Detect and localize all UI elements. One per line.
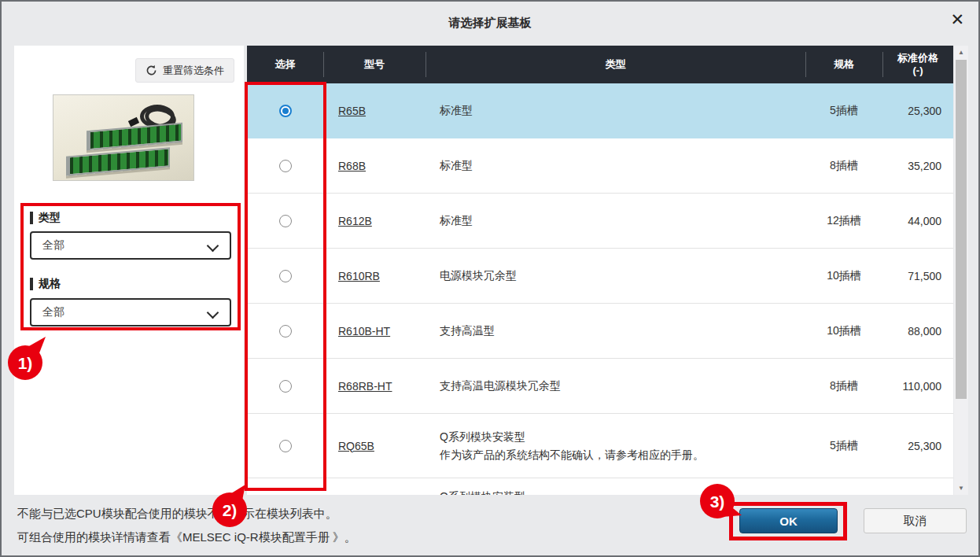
scroll-down-icon[interactable]: ▼ <box>954 481 968 495</box>
row-type: 标准型 <box>426 157 805 175</box>
row-price: 88,000 <box>882 325 953 338</box>
row-radio-selected[interactable] <box>279 105 292 117</box>
model-link[interactable]: R612B <box>338 215 372 227</box>
reset-filters-label: 重置筛选条件 <box>163 64 224 78</box>
row-type: 电源模块冗余型 <box>426 267 805 285</box>
base-unit-graphic <box>66 147 170 176</box>
table-body: R65B 标准型 5插槽 25,300 R68B 标准型 8插槽 35,200 … <box>247 83 953 495</box>
row-spec: 5插槽 <box>805 439 882 453</box>
row-price: 25,300 <box>882 105 953 117</box>
dialog-titlebar: 请选择扩展基板 ✕ <box>2 2 978 46</box>
row-price: 25,300 <box>882 440 953 452</box>
dialog-footer: 不能与已选CPU模块配合使用的模块不会显示在模块列表中。 可组合使用的模块详情请… <box>2 495 978 557</box>
module-table: 选择 型号 类型 规格 标准价格 (-) R65B 标准型 5插槽 25,300… <box>247 46 953 495</box>
table-row[interactable]: R612B 标准型 12插槽 44,000 <box>247 194 953 249</box>
model-link[interactable]: RQ65B <box>338 440 374 452</box>
row-spec: 12插槽 <box>805 214 882 228</box>
filter-spec-dropdown[interactable]: 全部 <box>30 298 231 326</box>
col-header-model: 型号 <box>323 46 426 83</box>
chevron-down-icon <box>207 240 219 253</box>
row-type: Q系列模块安装型 作为该产品的系统结构不能确认，请参考相应的手册。 <box>426 428 805 464</box>
col-header-type: 类型 <box>426 46 805 83</box>
row-type-note: 作为该产品的系统结构不能确认，请参考相应的手册。 <box>440 446 805 464</box>
row-type: 支持高温型 <box>426 322 805 340</box>
reset-filters-button[interactable]: 重置筛选条件 <box>135 58 234 83</box>
row-radio[interactable] <box>279 380 292 393</box>
table-row[interactable]: R610B-HT 支持高温型 10插槽 88,000 <box>247 304 953 359</box>
row-type: 支持高温电源模块冗余型 <box>426 377 805 395</box>
refresh-icon <box>146 65 157 76</box>
row-type: 标准型 <box>426 212 805 230</box>
row-spec: 5插槽 <box>805 104 882 118</box>
col-header-select: 选择 <box>247 46 323 83</box>
row-spec: 10插槽 <box>805 324 882 338</box>
scroll-up-icon[interactable]: ▲ <box>954 46 968 59</box>
filter-spec-value: 全部 <box>42 305 64 319</box>
product-image <box>53 94 194 181</box>
row-price: 44,000 <box>882 215 953 227</box>
model-link[interactable]: R610B-HT <box>338 325 390 338</box>
row-radio[interactable] <box>279 270 292 282</box>
row-type: Q系列模块安装型 <box>426 478 805 495</box>
footer-note-2: 可组合使用的模块详情请查看《MELSEC iQ-R模块配置手册 》。 <box>17 526 356 549</box>
filter-spec-label: 规格 <box>30 277 61 291</box>
table-row[interactable]: RQ65B Q系列模块安装型 作为该产品的系统结构不能确认，请参考相应的手册。 … <box>247 414 953 478</box>
footer-notes: 不能与已选CPU模块配合使用的模块不会显示在模块列表中。 可组合使用的模块详情请… <box>17 502 356 549</box>
cancel-button[interactable]: 取消 <box>864 508 967 533</box>
model-link[interactable]: R68RB-HT <box>338 380 392 393</box>
row-spec: 8插槽 <box>805 379 882 393</box>
row-radio[interactable] <box>279 325 292 338</box>
row-price: 110,000 <box>882 380 953 393</box>
table-row[interactable]: Q系列模块安装型 <box>247 478 953 495</box>
table-row[interactable]: R65B 标准型 5插槽 25,300 <box>247 83 953 138</box>
ok-button[interactable]: OK <box>739 508 838 533</box>
table-row[interactable]: R610RB 电源模块冗余型 10插槽 71,500 <box>247 249 953 304</box>
vertical-scrollbar[interactable]: ▲ ▼ <box>954 46 968 495</box>
row-price: 71,500 <box>882 270 953 282</box>
row-price: 35,200 <box>882 160 953 172</box>
row-type: 标准型 <box>426 101 805 120</box>
model-link[interactable]: R65B <box>338 105 366 117</box>
table-row[interactable]: R68B 标准型 8插槽 35,200 <box>247 138 953 194</box>
base-unit-graphic <box>87 123 182 151</box>
footer-note-1: 不能与已选CPU模块配合使用的模块不会显示在模块列表中。 <box>17 502 356 526</box>
model-link[interactable]: R68B <box>338 160 366 172</box>
col-header-spec: 规格 <box>805 46 882 83</box>
close-icon[interactable]: ✕ <box>950 11 964 28</box>
filter-type-label: 类型 <box>30 211 61 225</box>
dialog-title: 请选择扩展基板 <box>2 16 978 31</box>
filter-type-dropdown[interactable]: 全部 <box>30 231 231 260</box>
row-radio[interactable] <box>279 160 292 172</box>
row-radio[interactable] <box>279 440 292 452</box>
filter-type-value: 全部 <box>42 238 64 253</box>
model-link[interactable]: R610RB <box>338 270 380 282</box>
select-expansion-base-dialog: 请选择扩展基板 ✕ 重置筛选条件 类型 全部 规格 <box>0 0 980 557</box>
row-radio[interactable] <box>279 215 292 227</box>
filter-panel: 重置筛选条件 类型 全部 规格 全部 <box>14 46 244 495</box>
chevron-down-icon <box>207 307 219 319</box>
table-row[interactable]: R68RB-HT 支持高温电源模块冗余型 8插槽 110,000 <box>247 359 953 414</box>
table-header: 选择 型号 类型 规格 标准价格 (-) <box>247 46 953 83</box>
row-spec: 8插槽 <box>805 159 882 173</box>
scrollbar-thumb[interactable] <box>956 60 967 399</box>
col-header-price: 标准价格 (-) <box>882 46 953 83</box>
row-spec: 10插槽 <box>805 269 882 283</box>
